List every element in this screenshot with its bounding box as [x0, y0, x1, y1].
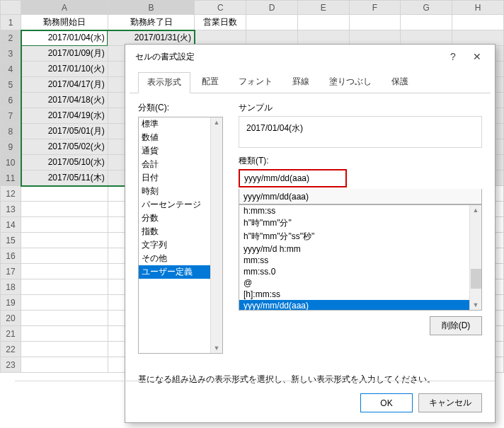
- chevron-down-icon[interactable]: ▼: [214, 343, 220, 353]
- row-header[interactable]: 20: [1, 311, 21, 326]
- cell[interactable]: [297, 15, 349, 30]
- cell[interactable]: [401, 15, 452, 30]
- col-header-E[interactable]: E: [297, 1, 349, 15]
- cell[interactable]: [246, 15, 298, 30]
- row-header[interactable]: 3: [1, 46, 21, 62]
- row-header[interactable]: 22: [1, 342, 21, 357]
- cell[interactable]: [21, 248, 108, 264]
- format-list[interactable]: h:mm:ssh"時"mm"分"h"時"mm"分"ss"秒"yyyy/m/d h…: [239, 204, 482, 311]
- scrollbar-thumb[interactable]: [471, 269, 481, 289]
- format-item[interactable]: h"時"mm"分": [239, 216, 481, 230]
- col-header-H[interactable]: H: [452, 1, 504, 15]
- cell[interactable]: 2017/05/02(火): [21, 139, 108, 155]
- cell[interactable]: 営業日数: [195, 15, 246, 30]
- row-header[interactable]: 19: [1, 295, 21, 311]
- delete-button[interactable]: 削除(D): [430, 316, 482, 335]
- row-header[interactable]: 10: [1, 155, 21, 170]
- col-header-B[interactable]: B: [108, 1, 195, 15]
- cell[interactable]: 2017/01/10(火): [21, 62, 108, 77]
- cell[interactable]: [21, 357, 108, 373]
- row-header[interactable]: 21: [1, 326, 21, 342]
- type-label: 種類(T):: [239, 155, 482, 167]
- format-item[interactable]: [h]:mm:ss: [239, 289, 481, 300]
- row-header[interactable]: 9: [1, 139, 21, 155]
- row-header[interactable]: 15: [1, 233, 21, 248]
- cell[interactable]: 勤務開始日: [21, 15, 108, 30]
- tab-5[interactable]: 保護: [383, 72, 417, 93]
- cell[interactable]: 2017/04/17(月): [21, 77, 108, 93]
- cell[interactable]: [21, 264, 108, 279]
- cell[interactable]: [452, 15, 504, 30]
- format-item[interactable]: yyyy/m/d h:mm: [239, 243, 481, 255]
- type-input-highlight[interactable]: yyyy/mm/dd(aaa): [239, 169, 347, 187]
- tab-2[interactable]: フォント: [230, 72, 281, 93]
- col-header-G[interactable]: G: [401, 1, 452, 15]
- chevron-up-icon[interactable]: ▲: [214, 117, 220, 127]
- row-header[interactable]: 5: [1, 77, 21, 93]
- category-label: 分類(C):: [138, 102, 223, 114]
- col-header-C[interactable]: C: [195, 1, 246, 15]
- row-header[interactable]: 23: [1, 357, 21, 373]
- description: 基になる組み込みの表示形式を選択し、新しい表示形式を入力してください。: [125, 359, 495, 386]
- row-header[interactable]: 12: [1, 186, 21, 202]
- help-icon[interactable]: ?: [441, 47, 465, 66]
- cell[interactable]: [21, 233, 108, 248]
- dialog-title: セルの書式設定: [131, 51, 441, 63]
- scrollbar[interactable]: ▲▼: [469, 205, 481, 310]
- cell[interactable]: 2017/04/18(火): [21, 93, 108, 108]
- cell[interactable]: 2017/01/04(水): [21, 30, 108, 46]
- cell[interactable]: [21, 295, 108, 311]
- cell[interactable]: [21, 326, 108, 342]
- tab-3[interactable]: 罫線: [284, 72, 318, 93]
- row-header[interactable]: 6: [1, 93, 21, 108]
- cancel-button[interactable]: キャンセル: [418, 393, 482, 412]
- row-header[interactable]: 17: [1, 264, 21, 279]
- row-header[interactable]: 8: [1, 124, 21, 139]
- format-item[interactable]: @: [239, 277, 481, 289]
- cell[interactable]: 2017/01/09(月): [21, 46, 108, 62]
- scrollbar[interactable]: ▲▼: [210, 117, 222, 353]
- row-header[interactable]: 2: [1, 30, 21, 46]
- cell[interactable]: [21, 311, 108, 326]
- category-list[interactable]: 標準数値通貨会計日付時刻パーセンテージ分数指数文字列その他ユーザー定義▲▼: [138, 117, 223, 354]
- chevron-down-icon[interactable]: ▼: [473, 300, 479, 310]
- row-header[interactable]: 11: [1, 170, 21, 186]
- format-item[interactable]: h:mm:ss: [239, 205, 481, 216]
- row-header[interactable]: 13: [1, 202, 21, 217]
- sample-value: 2017/01/04(水): [246, 123, 303, 133]
- format-item[interactable]: mm:ss: [239, 255, 481, 266]
- tab-1[interactable]: 配置: [193, 72, 227, 93]
- cell[interactable]: 2017/04/19(水): [21, 108, 108, 124]
- format-item[interactable]: yyyy/mm/dd(aaa): [239, 300, 481, 311]
- format-item[interactable]: h"時"mm"分"ss"秒": [239, 230, 481, 243]
- col-header-F[interactable]: F: [349, 1, 401, 15]
- row-header[interactable]: 1: [1, 15, 21, 30]
- cell[interactable]: [349, 15, 401, 30]
- cell[interactable]: [21, 342, 108, 357]
- format-item[interactable]: mm:ss.0: [239, 266, 481, 277]
- cell[interactable]: 2017/05/01(月): [21, 124, 108, 139]
- row-header[interactable]: 4: [1, 62, 21, 77]
- col-header-A[interactable]: A: [21, 1, 108, 15]
- type-input[interactable]: [239, 189, 482, 204]
- select-all[interactable]: [1, 1, 21, 15]
- row-header[interactable]: 16: [1, 248, 21, 264]
- sample-label: サンプル: [239, 102, 482, 114]
- row-header[interactable]: 14: [1, 217, 21, 233]
- ok-button[interactable]: OK: [360, 393, 413, 412]
- row-header[interactable]: 7: [1, 108, 21, 124]
- col-header-D[interactable]: D: [246, 1, 298, 15]
- cell[interactable]: 2017/05/10(水): [21, 155, 108, 170]
- cell[interactable]: [21, 279, 108, 295]
- tab-0[interactable]: 表示形式: [138, 72, 190, 93]
- cell[interactable]: [21, 217, 108, 233]
- cell[interactable]: [21, 202, 108, 217]
- tab-4[interactable]: 塗りつぶし: [321, 72, 380, 93]
- cell[interactable]: 2017/05/11(木): [21, 170, 108, 186]
- close-icon[interactable]: ✕: [465, 47, 489, 66]
- row-header[interactable]: 18: [1, 279, 21, 295]
- tab-bar: 表示形式配置フォント罫線塗りつぶし保護: [130, 69, 491, 93]
- cell[interactable]: 勤務終了日: [108, 15, 195, 30]
- cell[interactable]: [21, 186, 108, 202]
- chevron-up-icon[interactable]: ▲: [473, 205, 479, 215]
